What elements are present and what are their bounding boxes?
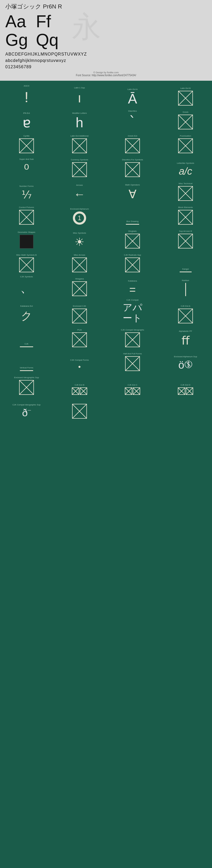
- cell-letterlike: Letterlike Symbols a/c: [159, 155, 212, 179]
- cell-glyph: アパート: [123, 302, 142, 323]
- font-title: 小塚ゴシック Pr6N R: [5, 3, 207, 10]
- cell-glyph: [185, 283, 186, 296]
- vline-icon: [185, 283, 186, 296]
- xbox-icon: [178, 115, 193, 129]
- cell-label: Dingbats: [128, 230, 137, 232]
- grid-row: Super And Sub ⁰ Currency Symbols Diacrit…: [0, 155, 212, 179]
- grid-row: Misc Math Symbols B Misc Arrows CJK Radi…: [0, 250, 212, 274]
- cell-cjk: CJK: [0, 325, 53, 349]
- cell-label: Math Operators: [125, 184, 140, 186]
- cell-hiragana: Hiragana: [53, 274, 106, 298]
- cell-glyph: ı: [78, 90, 81, 105]
- cell-label: Enclosed Ideographic Sup: [14, 376, 39, 379]
- cell-label: PUA: [77, 329, 82, 331]
- cell-label: CJK Compat Ideographs: [121, 329, 144, 331]
- cell-glyph: [72, 138, 87, 153]
- numbers: 0123456789: [5, 64, 207, 70]
- cell-diac-symbols: Diacritics For Symbols: [106, 155, 159, 179]
- cell-label: Diacritics: [128, 110, 137, 113]
- cell-label: Greek Ext: [128, 135, 137, 137]
- xbox-icon: [178, 91, 193, 105]
- cell-glyph: a/c: [179, 166, 192, 177]
- cell-label: CJK Compat Ideographic Sup: [12, 404, 41, 406]
- cell-glyph: ☀: [75, 236, 84, 248]
- cell-empty-3: [106, 396, 159, 420]
- xbox-icon: [19, 380, 34, 395]
- cell-block-elements: Block Elements: [159, 203, 212, 226]
- cell-glyph: [72, 309, 87, 323]
- cell-latin-ext-add: Latin Ext Additional: [53, 131, 106, 155]
- cell-label: Enclosed Alphanum: [70, 208, 89, 210]
- cell-glyph: [20, 370, 33, 371]
- xbox-icon: [72, 404, 87, 418]
- cell-cjk-compat-forms: CJK Compat Forms •: [53, 349, 106, 373]
- cell-cjk-ext-b: CJK Ext B: [53, 373, 106, 396]
- xbox-icon: [178, 309, 193, 323]
- cell-glyph: [178, 309, 193, 323]
- grid-row: Vertical Forms CJK Compat Forms • Half A…: [0, 349, 212, 373]
- xbox-icon: [178, 210, 193, 225]
- grid-row: CJK Symbols 、 Hiragana Katakana = Kanbun: [0, 274, 212, 298]
- cell-glyph: =: [129, 283, 136, 296]
- cell-greek: Greek: [159, 107, 212, 131]
- cell-label: Super And Sub: [19, 158, 34, 161]
- grid-row: Geometric Shapes Misc Symbols ☀ Dingbats…: [0, 226, 212, 250]
- cell-latin-ext-a: Latin Ext A Ā: [106, 83, 159, 107]
- cell-ipa: IPA Ext ɐ: [0, 107, 53, 131]
- cell-misc-arrows: Misc Arrows: [53, 250, 106, 274]
- cell-label: CJK Compat Forms: [70, 359, 89, 362]
- cell-alpha-pf: Alphabetic PF ﬀ: [159, 325, 212, 349]
- cell-label: CJK Ext D: [181, 384, 190, 386]
- black-square-icon: [20, 235, 33, 248]
- cell-glyph: [72, 332, 87, 347]
- cell-glyph: ð ¯: [22, 407, 31, 418]
- cell-enclosed-alpha-sup: Enclosed Alphanum Sup ö 🄏: [159, 349, 212, 373]
- cell-label: Geometric Shapes: [18, 231, 35, 234]
- cell-glyph: ˋ: [129, 114, 136, 129]
- cell-dingbats: Dingbats: [106, 226, 159, 250]
- cell-glyph: ク: [21, 309, 32, 323]
- cell-enclosed-ideo-sup: Enclosed Ideographic Sup: [0, 373, 53, 396]
- cell-half-full-forms: Half And Full Forms: [106, 349, 159, 373]
- cell-cjk-ext-c: CJK Ext C: [106, 373, 159, 396]
- xbox-icon: [125, 388, 132, 395]
- circle-one-icon: 1: [73, 212, 86, 225]
- cell-glyph: [125, 162, 140, 177]
- source-line: Font Source: http://www.fontke.com/font/…: [5, 74, 207, 77]
- cell-label: CJK Ext A: [181, 305, 190, 308]
- xbox-icon: [72, 281, 87, 296]
- cell-kangxi: Kangxi: [159, 250, 212, 274]
- cell-enclosed-alphanum: Enclosed Alphanum 1: [53, 203, 106, 226]
- cell-label: Katakana Ext: [20, 305, 33, 308]
- cell-glyph: 1: [73, 212, 86, 225]
- xbox-icon: [125, 138, 140, 153]
- cell-glyph: [126, 224, 139, 225]
- cell-kanbun: Kanbun: [159, 274, 212, 298]
- cell-label: Kangxi: [182, 268, 189, 271]
- cell-cjk-rad-sup: CJK Radicals Sup: [106, 250, 159, 274]
- cell-glyph: [72, 162, 87, 177]
- cell-glyph: [178, 234, 193, 248]
- cell-label: Block Elements: [178, 206, 193, 209]
- cell-glyph: [178, 186, 193, 201]
- xbox-icon: [125, 257, 140, 272]
- cell-label: CJK Radicals Sup: [124, 254, 141, 256]
- cell-cjk-compat-ideo-sup: CJK Compat Ideographic Sup ð ¯: [0, 396, 53, 420]
- cell-glyph: [19, 380, 34, 395]
- cell-label: Misc Arrows: [74, 254, 85, 256]
- cell-glyph: •: [78, 363, 81, 371]
- alphabet-lower: abcdefghijklmnopqrstuvwxyz: [5, 57, 207, 64]
- cell-glyph: [19, 138, 34, 153]
- cell-glyph: Ā: [128, 92, 137, 105]
- cell-label: Greek: [183, 111, 188, 114]
- xbox-icon: [186, 388, 193, 395]
- grid-section: ASCII ! Latin 1 Sup ı Latin Ext A Ā Lati…: [0, 81, 212, 423]
- cell-glyph: [72, 388, 87, 395]
- cell-glyph: ö 🄏: [178, 359, 193, 371]
- cell-misc-math-b: Misc Math Symbols B: [0, 250, 53, 274]
- grid-row: Cyrillic Latin Ext Additional Greek Ext …: [0, 131, 212, 155]
- xbox-icon: [178, 138, 193, 153]
- cell-glyph: [72, 257, 87, 272]
- cell-glyph: [72, 281, 87, 296]
- cell-label: Arrows: [76, 184, 83, 187]
